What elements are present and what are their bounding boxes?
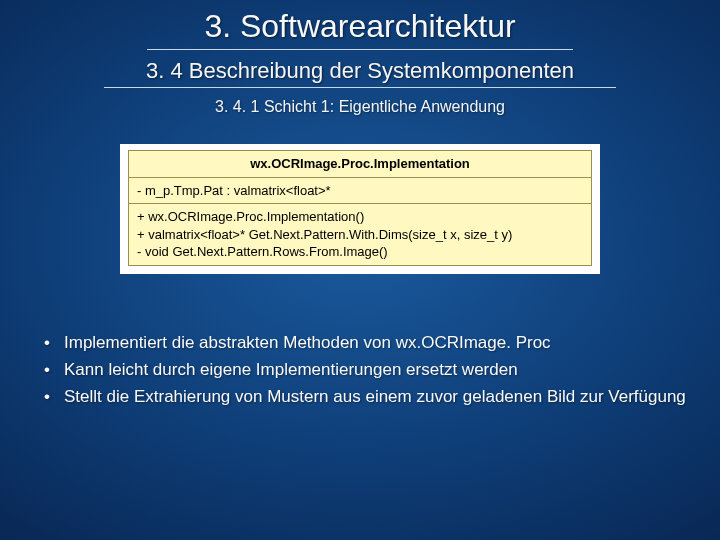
uml-table: wx.OCRImage.Proc.Implementation - m_p.Tm… <box>128 150 592 266</box>
uml-operations: + wx.OCRImage.Proc.Implementation() + va… <box>129 204 592 266</box>
slide-subsection: 3. 4. 1 Schicht 1: Eigentliche Anwendung <box>26 98 694 116</box>
list-item: Kann leicht durch eigene Implementierung… <box>40 359 686 382</box>
uml-class-name: wx.OCRImage.Proc.Implementation <box>129 151 592 178</box>
title-underline <box>147 49 573 50</box>
classbox-wrap: wx.OCRImage.Proc.Implementation - m_p.Tm… <box>26 144 694 274</box>
uml-attributes: - m_p.Tmp.Pat : valmatrix<float>* <box>129 177 592 204</box>
list-item: Implementiert die abstrakten Methoden vo… <box>40 332 686 355</box>
slide: 3. Softwarearchitektur 3. 4 Beschreibung… <box>0 0 720 540</box>
slide-subtitle: 3. 4 Beschreibung der Systemkomponenten <box>26 58 694 84</box>
uml-classbox: wx.OCRImage.Proc.Implementation - m_p.Tm… <box>120 144 600 274</box>
list-item: Stellt die Extrahierung von Mustern aus … <box>40 386 686 409</box>
slide-title: 3. Softwarearchitektur <box>26 0 694 45</box>
subtitle-underline <box>104 87 616 88</box>
bullet-list: Implementiert die abstrakten Methoden vo… <box>26 332 694 409</box>
